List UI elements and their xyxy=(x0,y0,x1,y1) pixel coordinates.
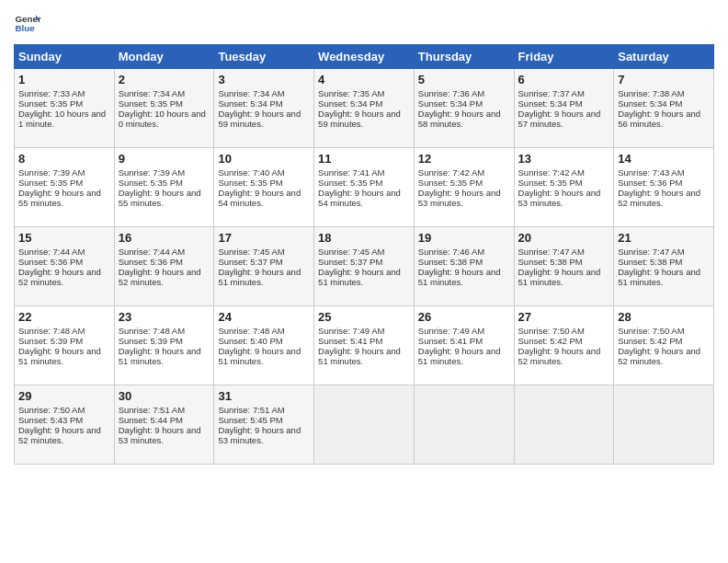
sunrise: Sunrise: 7:48 AM xyxy=(218,326,284,336)
header-day: Tuesday xyxy=(214,45,314,69)
daylight: Daylight: 9 hours and 58 minutes. xyxy=(418,109,501,129)
calendar-cell: 1Sunrise: 7:33 AMSunset: 5:35 PMDaylight… xyxy=(15,69,115,148)
sunset: Sunset: 5:43 PM xyxy=(18,415,83,425)
calendar-cell: 11Sunrise: 7:41 AMSunset: 5:35 PMDayligh… xyxy=(314,148,415,227)
header-day: Friday xyxy=(514,45,614,69)
calendar-cell: 5Sunrise: 7:36 AMSunset: 5:34 PMDaylight… xyxy=(414,69,514,148)
sunset: Sunset: 5:39 PM xyxy=(18,336,83,346)
day-number: 10 xyxy=(218,152,310,166)
calendar-cell: 7Sunrise: 7:38 AMSunset: 5:34 PMDaylight… xyxy=(614,69,714,148)
sunset: Sunset: 5:38 PM xyxy=(518,257,583,267)
calendar-cell: 2Sunrise: 7:34 AMSunset: 5:35 PMDaylight… xyxy=(114,69,214,148)
header-day: Monday xyxy=(114,45,214,69)
calendar-week: 1Sunrise: 7:33 AMSunset: 5:35 PMDaylight… xyxy=(15,69,714,148)
daylight: Daylight: 9 hours and 54 minutes. xyxy=(318,188,401,208)
calendar-cell: 18Sunrise: 7:45 AMSunset: 5:37 PMDayligh… xyxy=(314,227,415,306)
calendar-cell: 27Sunrise: 7:50 AMSunset: 5:42 PMDayligh… xyxy=(514,306,614,385)
sunrise: Sunrise: 7:39 AM xyxy=(18,167,85,178)
day-number: 11 xyxy=(318,152,410,166)
day-number: 5 xyxy=(418,73,510,86)
header-day: Saturday xyxy=(614,45,714,69)
header: General Blue xyxy=(14,9,714,37)
sunrise: Sunrise: 7:51 AM xyxy=(119,405,185,415)
day-number: 3 xyxy=(218,73,310,86)
sunrise: Sunrise: 7:47 AM xyxy=(618,247,684,257)
sunset: Sunset: 5:36 PM xyxy=(119,257,183,267)
sunrise: Sunrise: 7:43 AM xyxy=(618,167,684,178)
daylight: Daylight: 9 hours and 51 minutes. xyxy=(218,267,301,287)
day-number: 1 xyxy=(18,73,110,86)
daylight: Daylight: 9 hours and 51 minutes. xyxy=(618,267,700,287)
daylight: Daylight: 9 hours and 57 minutes. xyxy=(518,109,601,129)
sunrise: Sunrise: 7:45 AM xyxy=(218,247,284,257)
sunset: Sunset: 5:34 PM xyxy=(318,98,382,109)
day-number: 8 xyxy=(18,152,110,166)
sunrise: Sunrise: 7:45 AM xyxy=(318,247,384,257)
sunset: Sunset: 5:34 PM xyxy=(218,98,282,109)
daylight: Daylight: 9 hours and 52 minutes. xyxy=(618,188,700,208)
calendar-cell: 21Sunrise: 7:47 AMSunset: 5:38 PMDayligh… xyxy=(614,227,714,306)
daylight: Daylight: 9 hours and 53 minutes. xyxy=(418,188,501,208)
day-number: 13 xyxy=(518,152,610,166)
header-day: Sunday xyxy=(15,45,115,69)
day-number: 4 xyxy=(318,73,410,86)
daylight: Daylight: 9 hours and 59 minutes. xyxy=(218,109,301,129)
day-number: 31 xyxy=(218,389,310,403)
sunset: Sunset: 5:35 PM xyxy=(18,178,83,188)
day-number: 25 xyxy=(318,310,410,324)
calendar-cell: 3Sunrise: 7:34 AMSunset: 5:34 PMDaylight… xyxy=(214,69,314,148)
calendar-table: SundayMondayTuesdayWednesdayThursdayFrid… xyxy=(14,44,714,465)
calendar-cell: 30Sunrise: 7:51 AMSunset: 5:44 PMDayligh… xyxy=(114,385,214,465)
calendar-week: 22Sunrise: 7:48 AMSunset: 5:39 PMDayligh… xyxy=(15,306,714,385)
sunset: Sunset: 5:35 PM xyxy=(318,178,382,188)
daylight: Daylight: 9 hours and 53 minutes. xyxy=(218,425,301,445)
day-number: 17 xyxy=(218,231,310,245)
sunset: Sunset: 5:44 PM xyxy=(119,415,183,425)
calendar-cell: 31Sunrise: 7:51 AMSunset: 5:45 PMDayligh… xyxy=(214,385,314,465)
sunset: Sunset: 5:34 PM xyxy=(418,98,483,109)
calendar-cell: 16Sunrise: 7:44 AMSunset: 5:36 PMDayligh… xyxy=(114,227,214,306)
day-number: 23 xyxy=(119,310,210,324)
sunset: Sunset: 5:38 PM xyxy=(618,257,682,267)
sunrise: Sunrise: 7:51 AM xyxy=(218,405,284,415)
daylight: Daylight: 9 hours and 52 minutes. xyxy=(18,267,101,287)
daylight: Daylight: 9 hours and 51 minutes. xyxy=(218,346,301,366)
day-number: 2 xyxy=(119,73,210,86)
calendar-cell: 19Sunrise: 7:46 AMSunset: 5:38 PMDayligh… xyxy=(414,227,514,306)
daylight: Daylight: 9 hours and 51 minutes. xyxy=(318,267,401,287)
daylight: Daylight: 9 hours and 51 minutes. xyxy=(418,346,501,366)
sunrise: Sunrise: 7:39 AM xyxy=(119,167,185,178)
day-number: 20 xyxy=(518,231,610,245)
sunset: Sunset: 5:35 PM xyxy=(119,98,183,109)
daylight: Daylight: 10 hours and 0 minutes. xyxy=(119,109,206,129)
calendar-cell xyxy=(414,385,514,465)
daylight: Daylight: 9 hours and 51 minutes. xyxy=(418,267,501,287)
sunrise: Sunrise: 7:49 AM xyxy=(418,326,484,336)
header-row: SundayMondayTuesdayWednesdayThursdayFrid… xyxy=(15,45,714,69)
sunset: Sunset: 5:37 PM xyxy=(218,257,282,267)
sunrise: Sunrise: 7:35 AM xyxy=(318,88,384,98)
sunrise: Sunrise: 7:50 AM xyxy=(18,405,85,415)
sunset: Sunset: 5:42 PM xyxy=(518,336,583,346)
calendar-cell: 29Sunrise: 7:50 AMSunset: 5:43 PMDayligh… xyxy=(15,385,115,465)
daylight: Daylight: 9 hours and 51 minutes. xyxy=(119,346,201,366)
daylight: Daylight: 9 hours and 59 minutes. xyxy=(318,109,401,129)
day-number: 19 xyxy=(418,231,510,245)
day-number: 29 xyxy=(18,389,110,403)
calendar-cell: 4Sunrise: 7:35 AMSunset: 5:34 PMDaylight… xyxy=(314,69,415,148)
day-number: 24 xyxy=(218,310,310,324)
calendar-week: 15Sunrise: 7:44 AMSunset: 5:36 PMDayligh… xyxy=(15,227,714,306)
sunrise: Sunrise: 7:36 AM xyxy=(418,88,484,98)
day-number: 22 xyxy=(18,310,110,324)
sunset: Sunset: 5:37 PM xyxy=(318,257,382,267)
page-container: General Blue SundayMondayTuesdayWednesda… xyxy=(0,0,728,474)
sunrise: Sunrise: 7:38 AM xyxy=(618,88,684,98)
sunset: Sunset: 5:41 PM xyxy=(418,336,483,346)
sunrise: Sunrise: 7:50 AM xyxy=(618,326,684,336)
calendar-cell: 15Sunrise: 7:44 AMSunset: 5:36 PMDayligh… xyxy=(15,227,115,306)
day-number: 12 xyxy=(418,152,510,166)
day-number: 16 xyxy=(119,231,210,245)
logo-icon: General Blue xyxy=(14,9,41,37)
sunrise: Sunrise: 7:40 AM xyxy=(218,167,284,178)
daylight: Daylight: 9 hours and 55 minutes. xyxy=(18,188,101,208)
